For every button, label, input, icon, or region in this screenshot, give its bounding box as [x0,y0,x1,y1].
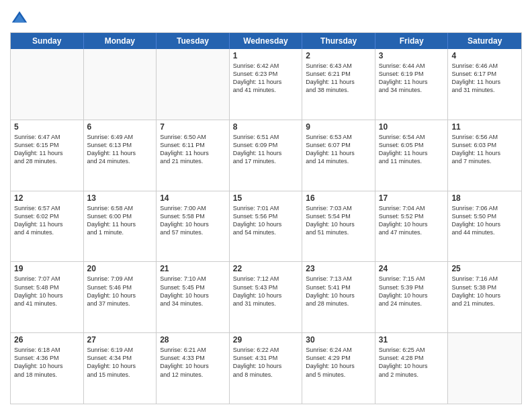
day-info: Sunrise: 6:49 AM Sunset: 6:13 PM Dayligh… [87,133,153,166]
day-cell-8: 8Sunrise: 6:51 AM Sunset: 6:09 PM Daylig… [230,120,303,191]
header-day-wednesday: Wednesday [230,33,303,49]
header-day-saturday: Saturday [448,33,521,49]
day-cell-30: 30Sunrise: 6:24 AM Sunset: 4:29 PM Dayli… [302,333,375,404]
header-day-thursday: Thursday [302,33,375,49]
day-number: 24 [379,264,445,273]
day-info: Sunrise: 6:18 AM Sunset: 4:36 PM Dayligh… [14,346,80,379]
logo [10,9,30,28]
day-info: Sunrise: 6:57 AM Sunset: 6:02 PM Dayligh… [14,204,80,237]
day-info: Sunrise: 7:09 AM Sunset: 5:46 PM Dayligh… [87,275,153,308]
day-number: 11 [451,122,518,132]
day-number: 26 [14,335,80,345]
day-info: Sunrise: 7:03 AM Sunset: 5:54 PM Dayligh… [306,204,371,237]
day-number: 8 [233,122,299,132]
week-row-2: 12Sunrise: 6:57 AM Sunset: 6:02 PM Dayli… [11,191,521,262]
day-cell-10: 10Sunrise: 6:54 AM Sunset: 6:05 PM Dayli… [375,120,449,191]
day-info: Sunrise: 7:12 AM Sunset: 5:43 PM Dayligh… [233,275,299,308]
day-cell-11: 11Sunrise: 6:56 AM Sunset: 6:03 PM Dayli… [448,120,521,191]
day-number: 5 [14,122,80,132]
day-number: 13 [87,193,153,203]
day-info: Sunrise: 6:58 AM Sunset: 6:00 PM Dayligh… [87,204,153,237]
day-info: Sunrise: 7:13 AM Sunset: 5:41 PM Dayligh… [306,275,371,308]
day-cell-28: 28Sunrise: 6:21 AM Sunset: 4:33 PM Dayli… [157,333,230,404]
day-number: 17 [379,193,445,203]
calendar-body: 1Sunrise: 6:42 AM Sunset: 6:23 PM Daylig… [11,49,521,404]
day-number: 23 [306,264,371,273]
day-number: 22 [233,264,299,273]
day-number: 6 [87,122,153,132]
header-day-friday: Friday [375,33,449,49]
day-cell-1: 1Sunrise: 6:42 AM Sunset: 6:23 PM Daylig… [230,49,303,120]
day-info: Sunrise: 7:07 AM Sunset: 5:48 PM Dayligh… [14,275,80,308]
day-number: 30 [306,335,371,345]
page: SundayMondayTuesdayWednesdayThursdayFrid… [0,0,532,411]
week-row-4: 26Sunrise: 6:18 AM Sunset: 4:36 PM Dayli… [11,332,521,404]
header-day-tuesday: Tuesday [157,33,230,49]
day-info: Sunrise: 7:10 AM Sunset: 5:45 PM Dayligh… [160,275,226,308]
day-cell-18: 18Sunrise: 7:06 AM Sunset: 5:50 PM Dayli… [448,191,521,262]
day-cell-29: 29Sunrise: 6:22 AM Sunset: 4:31 PM Dayli… [230,333,303,404]
day-info: Sunrise: 6:44 AM Sunset: 6:19 PM Dayligh… [379,62,445,95]
day-cell-6: 6Sunrise: 6:49 AM Sunset: 6:13 PM Daylig… [84,120,157,191]
day-info: Sunrise: 7:00 AM Sunset: 5:58 PM Dayligh… [160,204,226,237]
day-number: 28 [160,335,226,345]
week-row-0: 1Sunrise: 6:42 AM Sunset: 6:23 PM Daylig… [11,49,521,120]
day-info: Sunrise: 6:21 AM Sunset: 4:33 PM Dayligh… [160,346,226,379]
day-cell-25: 25Sunrise: 7:16 AM Sunset: 5:38 PM Dayli… [448,262,521,332]
calendar-header: SundayMondayTuesdayWednesdayThursdayFrid… [11,33,521,49]
day-number: 14 [160,193,226,203]
day-number: 12 [14,193,80,203]
day-number: 4 [451,51,518,60]
logo-icon [10,9,29,28]
day-number: 19 [14,264,80,273]
day-cell-4: 4Sunrise: 6:46 AM Sunset: 6:17 PM Daylig… [448,49,521,120]
day-info: Sunrise: 6:53 AM Sunset: 6:07 PM Dayligh… [306,133,371,166]
header [10,7,522,28]
empty-cell [448,333,521,404]
day-cell-31: 31Sunrise: 6:25 AM Sunset: 4:28 PM Dayli… [375,333,449,404]
day-cell-14: 14Sunrise: 7:00 AM Sunset: 5:58 PM Dayli… [157,191,230,262]
day-info: Sunrise: 6:51 AM Sunset: 6:09 PM Dayligh… [233,133,299,166]
day-cell-19: 19Sunrise: 7:07 AM Sunset: 5:48 PM Dayli… [11,262,84,332]
header-day-monday: Monday [84,33,157,49]
day-number: 9 [306,122,371,132]
day-number: 20 [87,264,153,273]
day-cell-20: 20Sunrise: 7:09 AM Sunset: 5:46 PM Dayli… [84,262,157,332]
day-info: Sunrise: 6:47 AM Sunset: 6:15 PM Dayligh… [14,133,80,166]
day-cell-21: 21Sunrise: 7:10 AM Sunset: 5:45 PM Dayli… [157,262,230,332]
day-cell-22: 22Sunrise: 7:12 AM Sunset: 5:43 PM Dayli… [230,262,303,332]
day-info: Sunrise: 6:46 AM Sunset: 6:17 PM Dayligh… [451,62,518,95]
day-info: Sunrise: 6:42 AM Sunset: 6:23 PM Dayligh… [233,62,299,95]
day-number: 2 [306,51,371,60]
day-number: 7 [160,122,226,132]
day-cell-24: 24Sunrise: 7:15 AM Sunset: 5:39 PM Dayli… [375,262,449,332]
day-cell-2: 2Sunrise: 6:43 AM Sunset: 6:21 PM Daylig… [302,49,375,120]
empty-cell [84,49,157,120]
day-number: 18 [451,193,518,203]
empty-cell [11,49,84,120]
day-cell-16: 16Sunrise: 7:03 AM Sunset: 5:54 PM Dayli… [302,191,375,262]
day-number: 29 [233,335,299,345]
day-number: 21 [160,264,226,273]
day-number: 31 [379,335,445,345]
day-number: 25 [451,264,518,273]
empty-cell [157,49,230,120]
day-number: 27 [87,335,153,345]
day-info: Sunrise: 6:19 AM Sunset: 4:34 PM Dayligh… [87,346,153,379]
day-cell-9: 9Sunrise: 6:53 AM Sunset: 6:07 PM Daylig… [302,120,375,191]
day-cell-7: 7Sunrise: 6:50 AM Sunset: 6:11 PM Daylig… [157,120,230,191]
day-number: 10 [379,122,445,132]
day-info: Sunrise: 6:56 AM Sunset: 6:03 PM Dayligh… [451,133,518,166]
day-cell-27: 27Sunrise: 6:19 AM Sunset: 4:34 PM Dayli… [84,333,157,404]
day-info: Sunrise: 6:25 AM Sunset: 4:28 PM Dayligh… [379,346,445,379]
header-day-sunday: Sunday [11,33,84,49]
day-info: Sunrise: 6:22 AM Sunset: 4:31 PM Dayligh… [233,346,299,379]
week-row-1: 5Sunrise: 6:47 AM Sunset: 6:15 PM Daylig… [11,120,521,191]
day-number: 15 [233,193,299,203]
day-cell-15: 15Sunrise: 7:01 AM Sunset: 5:56 PM Dayli… [230,191,303,262]
day-info: Sunrise: 6:50 AM Sunset: 6:11 PM Dayligh… [160,133,226,166]
day-number: 3 [379,51,445,60]
day-info: Sunrise: 7:16 AM Sunset: 5:38 PM Dayligh… [451,275,518,308]
day-info: Sunrise: 7:01 AM Sunset: 5:56 PM Dayligh… [233,204,299,237]
day-cell-13: 13Sunrise: 6:58 AM Sunset: 6:00 PM Dayli… [84,191,157,262]
